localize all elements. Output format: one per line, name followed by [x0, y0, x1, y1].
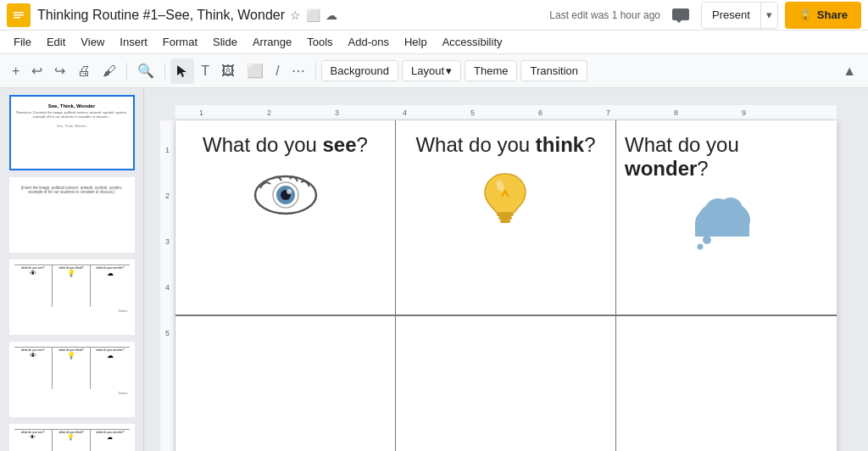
- svg-rect-12: [500, 220, 510, 223]
- menu-insert[interactable]: Insert: [113, 34, 154, 50]
- share-button[interactable]: 🔒 Share: [785, 2, 861, 29]
- svg-rect-3: [14, 17, 20, 19]
- ruler-vertical: 1 2 3 4 5: [160, 120, 175, 451]
- thumb1-sub: Directions: Consider the image, politica…: [14, 110, 130, 119]
- thumb2-content: [Insert the image, political cartoon, ar…: [16, 186, 128, 194]
- thumb5-cell1: what do you see? 👁: [14, 430, 53, 451]
- undo-button[interactable]: +: [7, 58, 25, 84]
- layout-button[interactable]: Layout▾: [402, 60, 461, 81]
- menu-edit[interactable]: Edit: [40, 34, 72, 50]
- svg-marker-4: [177, 65, 186, 77]
- thumb3-grid: what do you see? 👁 what do you think? 💡 …: [14, 264, 130, 307]
- theme-button[interactable]: Theme: [465, 60, 517, 81]
- slide-inner-4: what do you see? 👁 what do you think? 💡 …: [11, 343, 133, 415]
- menu-addons[interactable]: Add-ons: [342, 34, 396, 50]
- canvas-wrapper: 1 2 3 4 5 1 2 3 4 5 6 7 8 9: [175, 105, 837, 451]
- toolbar-collapse: ▲: [837, 58, 861, 84]
- main-area: 1 See, Think, Wonder Directions: Conside…: [0, 88, 868, 451]
- present-dropdown-button[interactable]: ▾: [760, 3, 777, 28]
- text-button[interactable]: T: [196, 58, 214, 84]
- cloud-icon: [688, 191, 765, 250]
- title-bar: Thinking Routine #1–See, Think, Wonder ☆…: [0, 0, 868, 31]
- doc-title: Thinking Routine #1–See, Think, Wonder: [37, 8, 285, 23]
- thumb4-grid: what do you see? 👁 what do you think? 💡 …: [14, 347, 130, 389]
- comment-button[interactable]: [667, 2, 694, 29]
- ruler-horizontal: 1 2 3 4 5 6 7 8 9: [175, 105, 837, 120]
- think-title: What do you think?: [415, 133, 595, 157]
- svg-rect-10: [497, 213, 514, 216]
- menu-view[interactable]: View: [74, 34, 111, 50]
- share-label: Share: [817, 8, 848, 21]
- slide-thumb-5[interactable]: 5 what do you see? 👁 what do you think? …: [9, 424, 135, 451]
- thumb5-cell3: what do you wonder? ☁: [91, 430, 129, 451]
- slide-canvas[interactable]: What do you see?: [175, 120, 837, 451]
- wonder-cell: What do you wonder?: [616, 120, 837, 315]
- menu-slide[interactable]: Slide: [206, 34, 244, 50]
- shape-button[interactable]: ⬜: [242, 58, 269, 84]
- print-button[interactable]: 🖨: [72, 58, 96, 84]
- thumb4-cell1: what do you see? 👁: [14, 348, 53, 389]
- canvas-area: 1 2 3 4 5 1 2 3 4 5 6 7 8 9: [144, 88, 868, 451]
- undo2-button[interactable]: ↩: [26, 58, 47, 84]
- slide-thumb-3[interactable]: 3 what do you see? 👁 what do you think? …: [9, 259, 135, 335]
- app-logo: [7, 3, 31, 27]
- menu-help[interactable]: Help: [398, 34, 434, 50]
- slide-inner-3: what do you see? 👁 what do you think? 💡 …: [11, 261, 133, 333]
- zoom-out-button[interactable]: 🔍: [132, 58, 159, 84]
- thumb5-grid: what do you see? 👁 what do you think? 💡 …: [14, 429, 130, 451]
- wonder-title: What do you wonder?: [625, 133, 828, 181]
- slide-inner-1: See, Think, Wonder Directions: Consider …: [11, 97, 133, 169]
- separator-1: [126, 63, 127, 80]
- svg-rect-11: [498, 216, 512, 220]
- svg-rect-2: [14, 14, 24, 16]
- menu-arrange[interactable]: Arrange: [246, 34, 298, 50]
- cloud-save-icon[interactable]: ☁: [326, 8, 337, 22]
- svg-point-20: [703, 236, 711, 244]
- present-main-button[interactable]: Present: [702, 3, 760, 28]
- menu-format[interactable]: Format: [156, 34, 204, 50]
- svg-point-18: [719, 198, 743, 221]
- eye-icon: [252, 167, 320, 222]
- bulb-icon: [478, 167, 533, 235]
- svg-rect-1: [14, 12, 24, 14]
- layout-label: Layout: [411, 64, 444, 77]
- slide-panel: 1 See, Think, Wonder Directions: Conside…: [0, 88, 144, 451]
- menu-tools[interactable]: Tools: [300, 34, 339, 50]
- slide-thumb-2[interactable]: 2 [Insert the image, political cartoon, …: [9, 177, 135, 253]
- redo-button[interactable]: ↪: [49, 58, 70, 84]
- menu-accessibility[interactable]: Accessibility: [436, 34, 509, 50]
- svg-point-9: [287, 189, 292, 194]
- more-button[interactable]: ⋯: [287, 58, 310, 84]
- slide-top-row: What do you see?: [175, 120, 837, 316]
- think-write-area: [396, 316, 616, 451]
- menu-file[interactable]: File: [7, 34, 38, 50]
- folder-icon[interactable]: ⬜: [306, 8, 320, 22]
- background-button[interactable]: Background: [321, 60, 398, 81]
- see-cell: What do you see?: [175, 120, 396, 315]
- see-title: What do you see?: [203, 133, 368, 157]
- thumb5-cell2: what do you think? 💡: [53, 430, 91, 451]
- thumb1-footer: See, Think, Wonder: [14, 124, 130, 128]
- line-button[interactable]: /: [270, 58, 284, 84]
- thumb1-title: See, Think, Wonder: [14, 103, 130, 109]
- thumb4-cell2: what do you think? 💡: [53, 348, 91, 389]
- thumb3-cell3: what do you wonder? ☁: [91, 265, 129, 307]
- slide-inner-2: [Insert the image, political cartoon, ar…: [11, 179, 133, 251]
- star-icon[interactable]: ☆: [290, 8, 301, 22]
- title-bar-right: Last edit was 1 hour ago Present ▾ 🔒 Sha…: [549, 2, 861, 29]
- separator-3: [315, 63, 316, 80]
- toolbar: + ↩ ↪ 🖨 🖌 🔍 T 🖼 ⬜ / ⋯ Background Layout▾…: [0, 54, 868, 88]
- select-button[interactable]: [170, 58, 194, 84]
- image-button[interactable]: 🖼: [216, 58, 240, 84]
- slide-thumb-1[interactable]: 1 See, Think, Wonder Directions: Conside…: [9, 95, 135, 170]
- thumb3-cell1: what do you see? 👁: [14, 265, 53, 307]
- present-button[interactable]: Present ▾: [701, 2, 778, 29]
- doc-title-area: Thinking Routine #1–See, Think, Wonder ☆…: [37, 8, 549, 23]
- see-write-area: [175, 316, 396, 451]
- thumb3-name: Name: [14, 309, 130, 313]
- paint-format-button[interactable]: 🖌: [97, 58, 121, 84]
- svg-point-21: [698, 244, 704, 250]
- slide-thumb-4[interactable]: 4 what do you see? 👁 what do you think? …: [9, 342, 135, 417]
- transition-button[interactable]: Transition: [520, 60, 587, 81]
- collapse-toolbar-button[interactable]: ▲: [837, 58, 861, 84]
